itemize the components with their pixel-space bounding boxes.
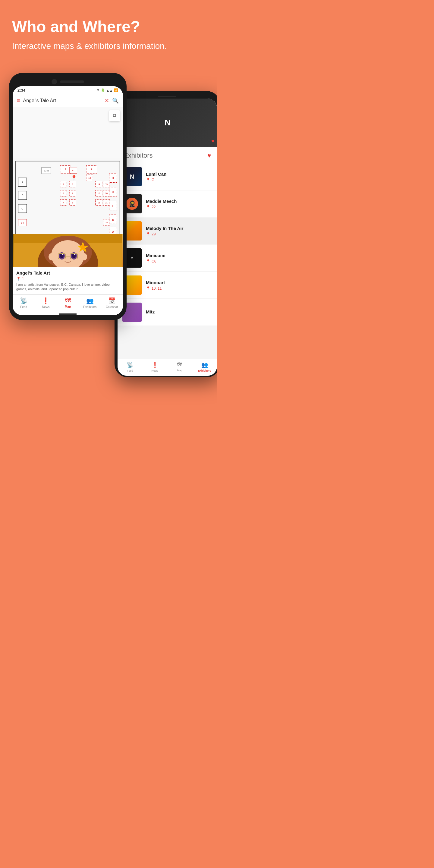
layer-button[interactable]: ⧉ [109,110,120,121]
hero-title: Who and Where? [12,18,205,35]
card-image [13,234,123,267]
svg-text:I: I [91,168,92,171]
status-time: 2:34 [18,88,25,93]
exhibitors-label: Exhibitors [198,369,211,372]
nav-item-map[interactable]: 🗺 Map [57,297,79,309]
thumb-strip: N ♥ [118,98,217,147]
nav-item-news[interactable]: ❗ News [35,297,57,309]
nav-item-news[interactable]: ❗ News [143,362,167,372]
news-icon: ❗ [152,362,158,368]
primary-screen: 2:34 ⚙ 🔋 ▲▲ 📶 ≡ Angel's Tale Art ✕ 🔍 [13,86,123,315]
exhibitor-card[interactable]: Angel's Tale Art 📍 1 I am an artist from… [13,234,123,295]
svg-text:21: 21 [105,202,107,204]
exhibitors-header: Exhibitors ♥ [118,147,217,163]
status-bar: 2:34 ⚙ 🔋 ▲▲ 📶 [13,86,123,94]
list-item[interactable]: Mitz [118,299,217,326]
map-area[interactable]: ATM J I 35 H [13,107,123,294]
exhibitor-name: Minicomi [146,253,212,258]
home-bar [59,313,77,315]
exhibitor-info: Minicomi 📍 C6 [146,253,212,264]
phone-secondary: N ♥ Exhibitors ♥ N Lumi Can [115,91,217,377]
phone-primary: 2:34 ⚙ 🔋 ▲▲ 📶 ≡ Angel's Tale Art ✕ 🔍 [9,73,127,320]
exhibitors-icon: 👥 [201,362,208,368]
nav-item-feed[interactable]: 📡 Feed [13,297,35,309]
card-location: 1 [22,277,24,281]
secondary-speaker [118,94,217,98]
camera-dot [52,79,57,84]
exhibitor-info: Melody In The Air 📍 29 [146,226,212,236]
svg-text:2: 2 [63,183,64,186]
svg-text:4: 4 [63,202,64,204]
svg-text:D: D [112,230,114,234]
svg-text:25: 25 [105,221,107,224]
menu-icon[interactable]: ≡ [17,98,20,104]
svg-text:E: E [112,218,114,221]
svg-point-67 [74,254,75,255]
svg-text:H: H [112,177,114,180]
nav-item-map[interactable]: 🗺 Map [167,362,192,372]
news-nav-label: News [42,305,50,309]
close-icon[interactable]: ✕ [104,97,109,104]
feed-nav-label: Feed [20,305,27,309]
exhibitor-info: Mitz [146,309,212,315]
feed-label: Feed [127,369,133,372]
thumb-letter: N [164,118,170,127]
svg-text:13: 13 [88,177,91,180]
list-item[interactable]: Mioooart 📍 10, 11 [118,272,217,299]
home-bar-container [13,312,123,315]
svg-text:A: A [22,181,24,184]
card-location-row: 📍 1 [16,277,119,281]
feed-icon: 📡 [127,362,133,368]
phone-camera [13,76,123,86]
list-item[interactable]: Melody In The Air 📍 29 [118,218,217,244]
exhibitor-info: Maddie Meech 📍 22 [146,198,212,209]
hero-subtitle: Interactive maps & exhibitors informatio… [12,40,205,52]
list-item[interactable]: M Minicomi 📍 C6 [118,245,217,271]
svg-point-65 [72,253,76,258]
card-info: Angel's Tale Art 📍 1 I am an artist from… [13,267,123,295]
app-title: Angel's Tale Art [23,98,101,103]
svg-text:G: G [112,190,114,193]
svg-text:15: 15 [98,193,100,195]
news-label: News [151,369,158,372]
svg-point-73 [49,253,55,260]
nav-item-exhibitors[interactable]: 👥 Exhibitors [192,362,217,372]
svg-text:16: 16 [98,202,100,204]
pin-icon: 📍 [146,286,150,290]
exhibitor-location: 📍 10, 11 [146,286,212,290]
svg-text:3: 3 [63,193,64,195]
exhibitors-nav-label: Exhibitors [83,305,96,309]
map-label: Map [177,369,182,372]
svg-text:ATM: ATM [44,170,49,172]
wifi-icon: 📶 [114,88,118,92]
app-bar: ≡ Angel's Tale Art ✕ 🔍 [13,94,123,107]
svg-text:B: B [22,194,23,197]
svg-text:8: 8 [72,193,73,195]
map-icon: 🗺 [177,362,182,368]
calendar-nav-icon: 📅 [108,297,116,304]
svg-text:F: F [112,204,114,207]
pin-icon: 📍 [146,205,150,209]
settings-icon: ⚙ [96,88,99,92]
signal-icon: ▲▲ [106,89,113,92]
map-nav-label: Map [65,305,71,308]
exhibitor-name: Mitz [146,309,212,314]
nav-item-exhibitors[interactable]: 👥 Exhibitors [79,297,101,309]
exhibitor-location: 📍 22 [146,205,212,209]
card-pin-icon: 📍 [16,277,21,281]
nav-item-calendar[interactable]: 📅 Calendar [101,297,123,309]
list-item[interactable]: N Lumi Can 📍 G [118,163,217,190]
bottom-nav-secondary: 📡 Feed ❗ News 🗺 Map 👥 Exhibitors [118,359,217,376]
exhibitor-location: 📍 C6 [146,259,212,264]
exhibitor-location: 📍 29 [146,232,212,236]
nav-item-feed[interactable]: 📡 Feed [118,362,143,372]
search-icon[interactable]: 🔍 [112,97,119,104]
camera-speaker [60,81,84,83]
phones-container: N ♥ Exhibitors ♥ N Lumi Can [0,67,217,383]
svg-text:14: 14 [98,183,100,186]
map-nav-icon: 🗺 [65,297,71,304]
status-icons: ⚙ 🔋 ▲▲ 📶 [96,88,118,92]
card-title: Angel's Tale Art [16,270,119,276]
list-item[interactable]: 🥷 Maddie Meech 📍 22 [118,190,217,217]
fav-icon-overlay: ♥ [211,138,215,144]
